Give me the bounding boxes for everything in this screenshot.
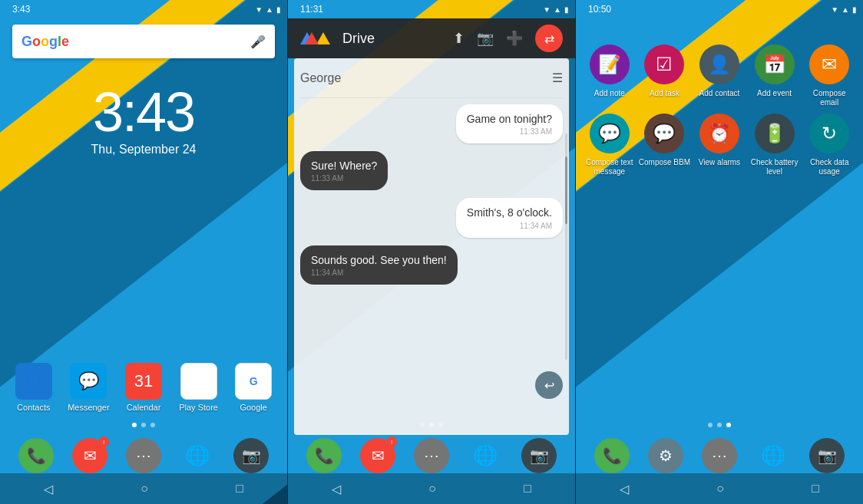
dock-email-1[interactable]: ✉ ! xyxy=(72,438,107,473)
drive-shuffle-btn[interactable]: ⇄ xyxy=(535,25,563,52)
add-note-label: Add note xyxy=(594,89,625,98)
back-btn-3[interactable]: ◁ xyxy=(620,482,629,496)
big-clock: 3:43 Thu, September 24 xyxy=(0,84,287,156)
recent-btn-1[interactable]: □ xyxy=(236,482,243,496)
action-compose-email[interactable]: ✉ Compose email xyxy=(803,44,855,107)
dock-settings-3[interactable]: ⚙ xyxy=(648,438,683,473)
view-alarms-label: View alarms xyxy=(699,158,740,167)
action-add-note[interactable]: 📝 Add note xyxy=(584,44,636,107)
drive-bar: Drive ⬆ 📷 ➕ ⇄ xyxy=(288,18,575,58)
view-alarms-icon: ⏰ xyxy=(699,114,739,153)
dock-phone-2[interactable]: 📞 xyxy=(306,438,342,473)
compose-email-icon: ✉ xyxy=(809,44,849,84)
add-event-label: Add event xyxy=(757,89,792,98)
back-btn-1[interactable]: ◁ xyxy=(44,482,53,496)
calendar-label: Calendar xyxy=(127,403,161,412)
home-btn-2[interactable]: ○ xyxy=(428,482,436,496)
dock-camera-3[interactable]: 📷 xyxy=(809,438,845,473)
dot-1-2 xyxy=(141,423,146,427)
app-grid-1: 👤 Contacts 💬 Messenger 31 Calendar ▶ Pla… xyxy=(0,363,287,412)
message-row-1: Game on tonight? 11:33 AM xyxy=(300,104,563,143)
msg-text-1: Game on tonight? xyxy=(467,112,552,126)
dock-apps-3[interactable]: ⋯ xyxy=(702,438,737,473)
app-calendar[interactable]: 31 Calendar xyxy=(121,363,167,412)
messenger-label: Messenger xyxy=(68,403,109,412)
dock-phone-3[interactable]: 📞 xyxy=(594,438,630,473)
home-btn-1[interactable]: ○ xyxy=(141,482,148,496)
message-row-3: Smith's, 8 o'clock. 11:34 AM xyxy=(300,198,563,237)
status-icons-1: ▼ ▲ ▮ xyxy=(255,5,281,14)
app-contacts[interactable]: 👤 Contacts xyxy=(11,363,57,412)
google-search-bar[interactable]: Google 🎤 xyxy=(12,25,275,58)
drive-add[interactable]: ➕ xyxy=(506,30,523,47)
dock-apps-2[interactable]: ⋯ xyxy=(414,438,449,473)
compose-bbm-label: Compose BBM xyxy=(639,158,690,167)
action-grid: 📝 Add note ☑ Add task 👤 Add contact 📅 Ad… xyxy=(576,38,863,189)
action-add-event[interactable]: 📅 Add event xyxy=(749,44,801,107)
app-google[interactable]: G Google xyxy=(230,363,276,412)
compose-text-icon: 💬 xyxy=(590,114,630,153)
action-compose-text[interactable]: 💬 Compose text message xyxy=(584,114,636,176)
message-4: Sounds good. See you then! 11:34 AM xyxy=(300,245,458,285)
msg-text-2: Sure! Where? xyxy=(311,159,377,173)
nav-bar-1: ◁ ○ □ xyxy=(0,473,287,504)
chat-header: George ☰ xyxy=(300,64,563,91)
message-3: Smith's, 8 o'clock. 11:34 AM xyxy=(456,198,563,237)
drive-upload[interactable]: ⬆ xyxy=(453,30,465,47)
google-logo: Google xyxy=(21,34,69,50)
status-bar-1: 3:43 ▼ ▲ ▮ xyxy=(0,0,287,18)
chat-contact-name: George xyxy=(300,71,341,85)
add-note-icon: 📝 xyxy=(590,44,630,84)
chat-reply-bar: ↩ xyxy=(294,370,569,400)
chat-divider xyxy=(300,97,563,98)
email-badge-2: ! xyxy=(386,436,397,447)
dock-chrome-3[interactable]: 🌐 xyxy=(756,438,791,473)
action-check-data[interactable]: ↻ Check data usage xyxy=(803,114,855,176)
drive-camera[interactable]: 📷 xyxy=(477,30,494,47)
drive-label: Drive xyxy=(342,31,441,47)
message-2: Sure! Where? 11:33 AM xyxy=(300,151,388,190)
dot-1-1 xyxy=(132,423,137,427)
battery-icon-3: ▮ xyxy=(852,5,857,14)
action-row-1: 📝 Add note ☑ Add task 👤 Add contact 📅 Ad… xyxy=(582,44,857,107)
dock-apps-1[interactable]: ⋯ xyxy=(126,438,161,473)
dock-3: 📞 ⚙ ⋯ 🌐 📷 xyxy=(576,438,863,473)
reply-button[interactable]: ↩ xyxy=(535,371,563,399)
dock-chrome-2[interactable]: 🌐 xyxy=(468,438,503,473)
dock-camera-1[interactable]: 📷 xyxy=(233,438,269,473)
google-label: Google xyxy=(240,403,266,412)
dock-camera-2[interactable]: 📷 xyxy=(521,438,557,473)
dock-chrome-1[interactable]: 🌐 xyxy=(180,438,215,473)
back-btn-2[interactable]: ◁ xyxy=(332,482,341,496)
action-compose-bbm[interactable]: 💬 Compose BBM xyxy=(638,114,690,176)
message-1: Game on tonight? 11:33 AM xyxy=(456,104,563,143)
app-playstore[interactable]: ▶ Play Store xyxy=(176,363,222,412)
dock-email-2[interactable]: ✉ ! xyxy=(360,438,395,473)
clock-date-display: Thu, September 24 xyxy=(0,143,287,156)
clock-time-display: 3:43 xyxy=(0,84,287,140)
add-contact-icon: 👤 xyxy=(699,44,739,84)
dots-3 xyxy=(576,423,863,427)
action-view-alarms[interactable]: ⏰ View alarms xyxy=(693,114,746,176)
panel1-content: Google 🎤 3:43 Thu, September 24 👤 Contac… xyxy=(0,0,287,504)
action-check-battery[interactable]: 🔋 Check battery level xyxy=(749,114,801,176)
dock-phone-1[interactable]: 📞 xyxy=(18,438,54,473)
home-btn-3[interactable]: ○ xyxy=(716,482,724,496)
status-time-3: 10:50 xyxy=(588,4,611,15)
recent-btn-3[interactable]: □ xyxy=(812,482,819,496)
message-row-4: Sounds good. See you then! 11:34 AM xyxy=(300,245,563,285)
app-messenger[interactable]: 💬 Messenger xyxy=(65,363,111,412)
chat-menu-icon[interactable]: ☰ xyxy=(552,71,563,85)
mic-icon[interactable]: 🎤 xyxy=(250,35,266,49)
action-add-contact[interactable]: 👤 Add contact xyxy=(693,44,746,107)
drive-triangles xyxy=(300,32,330,44)
google-app-icon: G xyxy=(235,363,272,400)
message-row-2: Sure! Where? 11:33 AM xyxy=(300,151,563,190)
recent-btn-2[interactable]: □ xyxy=(524,482,531,496)
panel-3: 10:50 ▼ ▲ ▮ 📝 Add note ☑ Add task 👤 Add … xyxy=(576,0,863,504)
signal-icon-3: ▼ xyxy=(831,5,838,14)
msg-text-4: Sounds good. See you then! xyxy=(311,253,447,267)
action-add-task[interactable]: ☑ Add task xyxy=(638,44,690,107)
dot-3-2 xyxy=(717,423,722,427)
dot-3-3 xyxy=(726,423,731,427)
